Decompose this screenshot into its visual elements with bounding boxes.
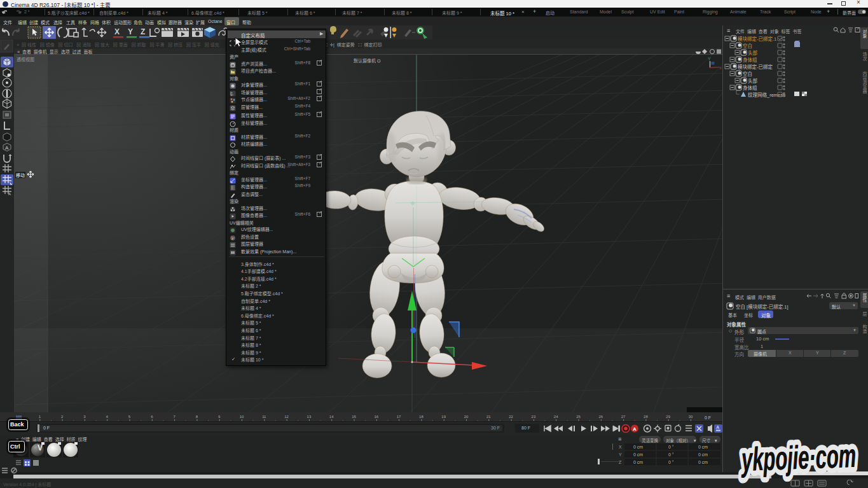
svg-text:13: 13 (307, 415, 312, 419)
svg-text:X: X (719, 66, 722, 70)
svg-text:26: 26 (598, 415, 603, 419)
svg-text:9: 9 (218, 415, 221, 419)
svg-text:17: 17 (397, 415, 401, 419)
svg-text:A: A (717, 425, 720, 429)
svg-text:29: 29 (666, 415, 670, 419)
svg-text:3: 3 (83, 415, 86, 419)
svg-text:10: 10 (240, 415, 244, 419)
svg-text:21: 21 (486, 415, 491, 419)
svg-text:1: 1 (39, 415, 41, 419)
svg-text:空白: 空白 (743, 71, 752, 77)
svg-text:20: 20 (464, 415, 469, 419)
svg-text:模块绑定-已绑定: 模块绑定-已绑定 (738, 64, 773, 70)
svg-text:27: 27 (621, 415, 626, 419)
svg-text:30: 30 (689, 415, 693, 419)
svg-text:A: A (8, 192, 11, 196)
svg-text:8: 8 (196, 415, 198, 419)
svg-text:空白: 空白 (743, 43, 752, 49)
svg-text:11: 11 (262, 415, 266, 419)
svg-text:24: 24 (554, 415, 558, 419)
svg-text:Z: Z (141, 27, 145, 36)
svg-text:模块绑定-已绑定.1: 模块绑定-已绑定.1 (738, 36, 776, 42)
svg-text:6: 6 (151, 415, 153, 419)
svg-text:头部: 头部 (748, 50, 758, 56)
svg-text:7: 7 (173, 415, 176, 419)
svg-text:头部: 头部 (748, 78, 758, 84)
svg-text:23: 23 (532, 415, 536, 419)
svg-text:25: 25 (576, 415, 581, 419)
svg-text:15: 15 (352, 415, 356, 419)
svg-text:4: 4 (106, 415, 109, 419)
svg-text:18: 18 (419, 415, 424, 419)
svg-text:19: 19 (441, 415, 446, 419)
svg-text:28: 28 (644, 415, 648, 419)
svg-text:Y: Y (708, 57, 711, 61)
svg-text:A: A (5, 145, 9, 151)
svg-text:14: 14 (329, 415, 334, 419)
svg-text:5: 5 (128, 415, 131, 419)
svg-text:ykpojie·com: ykpojie·com (740, 437, 857, 478)
svg-text:A: A (633, 426, 637, 432)
svg-text:X: X (114, 27, 120, 36)
svg-text:2: 2 (61, 415, 64, 419)
svg-text:12: 12 (284, 415, 289, 419)
svg-text:身体组: 身体组 (743, 57, 757, 63)
svg-text:16: 16 (374, 415, 378, 419)
svg-text:22: 22 (509, 415, 513, 419)
svg-text:身体组: 身体组 (743, 85, 757, 91)
svg-text:Y: Y (128, 27, 133, 36)
